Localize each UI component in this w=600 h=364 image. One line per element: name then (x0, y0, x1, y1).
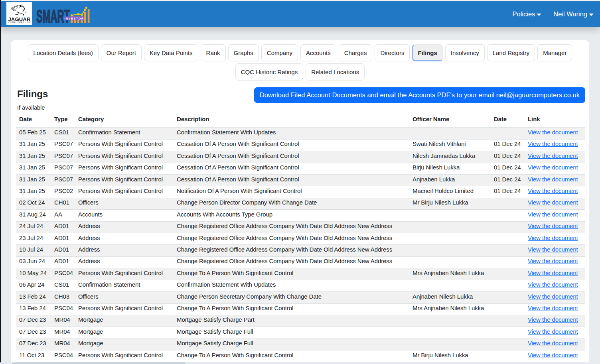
svg-text:INVESTOR: INVESTOR (64, 17, 84, 20)
svg-text:COMPUTERS LTD: COMPUTERS LTD (8, 22, 30, 24)
svg-text:SMART: SMART (36, 6, 70, 24)
